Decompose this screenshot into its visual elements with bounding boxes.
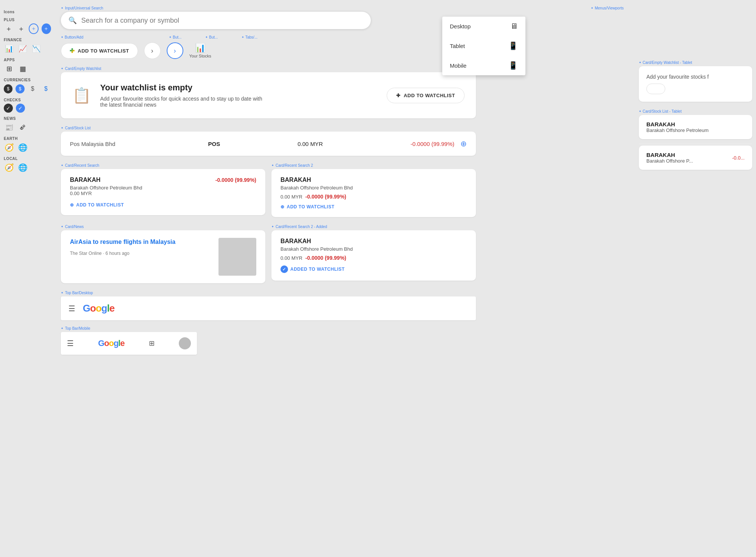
- recent-search-1-col: Card/Recent Search BARAKAH -0.0000 (99.9…: [61, 163, 265, 217]
- menus-viewports-dropdown[interactable]: Desktop 🖥 Tablet 📱 Mobile 📱: [442, 17, 525, 75]
- annotation-right-stock-list: Card/Stock List - Tablet: [639, 109, 752, 113]
- recent-added-cta-row: ✓ ADDED TO WATCHLIST: [280, 265, 467, 273]
- earth-icons-row: 🧭 🌐: [4, 142, 51, 153]
- apps-label: APPS: [4, 58, 51, 62]
- stock-price: 0.00 MYR: [262, 141, 358, 147]
- recent-2-add-plus-icon: ⊕: [280, 204, 285, 209]
- annotation-recent-2: Card/Recent Search 2: [271, 163, 476, 168]
- globe2-icon[interactable]: 🌐: [17, 162, 28, 173]
- apps-grid-mobile-icon[interactable]: ⊞: [149, 339, 155, 348]
- next-button[interactable]: ›: [144, 42, 161, 59]
- right-stock-2-name: Barakah Offshore P...: [646, 158, 693, 164]
- recent-1-add-button[interactable]: ⊕ ADD TO WATCHLIST: [70, 202, 124, 208]
- annotation-recent-1: Card/Recent Search: [61, 163, 265, 168]
- recent-1-change: -0.0000 (99.99%): [215, 177, 256, 183]
- added-label: ADDED TO WATCHLIST: [290, 267, 345, 272]
- search-bar[interactable]: 🔍 Search for a company or symbol: [61, 12, 371, 29]
- right-stock-2-symbol: BARAKAH: [646, 152, 693, 158]
- news-image: [218, 238, 256, 276]
- right-stock-2-change: -0.0...: [732, 155, 745, 161]
- news-paper-icon[interactable]: 📰: [4, 122, 14, 133]
- button-annotations: Button/Add But... But... Tabs/...: [61, 35, 476, 39]
- google-logo-desktop: Google: [83, 303, 115, 314]
- right-toggle[interactable]: [646, 84, 665, 94]
- search-placeholder: Search for a company or symbol: [81, 17, 179, 25]
- recent-search-2-col: Card/Recent Search 2 BARAKAH Barakah Off…: [271, 163, 476, 217]
- recent-2-price-row: 0.00 MYR -0.0000 (99.99%): [280, 194, 467, 200]
- mobile-icon: 📱: [508, 61, 518, 70]
- next-button-blue[interactable]: ›: [167, 42, 183, 59]
- stock-divider: [639, 144, 752, 144]
- news-doc-icon[interactable]: 🗞: [17, 122, 28, 133]
- finance-bar-icon[interactable]: 📉: [31, 43, 42, 54]
- watchlist-desc: Add your favourite stocks for quick acce…: [100, 96, 270, 108]
- desktop-icon: 🖥: [510, 22, 518, 31]
- add-watchlist-label: ADD TO WATCHLIST: [78, 48, 129, 54]
- finance-chart-icon[interactable]: 📊: [4, 43, 14, 54]
- sidebar: Icons PLUS ＋ ＋ ＋ ＋ FINANCE 📊 📈 📉 APPS ⊞ …: [0, 0, 55, 181]
- google-logo-mobile: Google: [98, 338, 124, 348]
- recent-added-change: -0.0000 (99.99%): [305, 255, 346, 261]
- card-empty-left: 📋 Your watchlist is empty Add your favou…: [72, 83, 270, 108]
- check-blue-icon[interactable]: ✓: [16, 104, 25, 113]
- currency-colored-icon[interactable]: $: [41, 84, 51, 94]
- recent-added-name: Barakah Offshore Petroleum Bhd: [280, 246, 467, 252]
- stock-company-name: Pos Malaysia Bhd: [70, 141, 166, 147]
- plus-icon[interactable]: ＋: [4, 23, 13, 34]
- recent-added-col: Card/Recent Search 2 - Added BARAKAH Bar…: [271, 225, 476, 283]
- news-label: NEWS: [4, 116, 51, 121]
- annotation-news: Card/News: [61, 225, 265, 229]
- recent-added-symbol: BARAKAH: [280, 238, 311, 245]
- recent-added-price-row: 0.00 MYR -0.0000 (99.99%): [280, 255, 467, 261]
- watchlist-title: Your watchlist is empty: [100, 83, 270, 93]
- recent-2-change: -0.0000 (99.99%): [305, 194, 346, 200]
- apps-grid-icon[interactable]: ⊞: [4, 64, 14, 74]
- recent-added-price: 0.00 MYR: [280, 255, 302, 261]
- finance-trend-icon[interactable]: 📈: [17, 43, 28, 54]
- user-avatar[interactable]: [179, 337, 191, 349]
- icons-label: Icons: [4, 10, 51, 14]
- hamburger-icon[interactable]: ☰: [68, 304, 75, 313]
- globe-icon[interactable]: 🌐: [17, 142, 28, 153]
- btn3-annotation: But...: [205, 35, 235, 39]
- stock-add-button[interactable]: ⊕: [460, 139, 467, 148]
- finance-label: FINANCE: [4, 38, 51, 42]
- circle-plus-blue-icon[interactable]: ＋: [42, 23, 51, 34]
- dropdown-desktop-item[interactable]: Desktop 🖥: [442, 17, 525, 36]
- recent-2-cta-row: ⊕ ADD TO WATCHLIST: [280, 204, 467, 209]
- apps-icons-row: ⊞ ▦: [4, 64, 51, 74]
- recent-1-cta-row: ⊕ ADD TO WATCHLIST: [70, 202, 256, 208]
- circle-plus-icon[interactable]: ＋: [29, 23, 39, 34]
- tablet-label: Tablet: [450, 43, 465, 49]
- checks-icons-row: ✓ ✓: [4, 104, 51, 113]
- recent-1-price: 0.00 MYR: [70, 191, 256, 196]
- right-card-empty-watchlist: Add your favourite stocks f: [639, 66, 752, 102]
- recent-2-add-button[interactable]: ⊕ ADD TO WATCHLIST: [280, 204, 335, 209]
- local-icons-row: 🧭 🌐: [4, 162, 51, 173]
- card-recent-search-2: BARAKAH Barakah Offshore Petroleum Bhd 0…: [271, 169, 476, 217]
- recent-1-header: BARAKAH -0.0000 (99.99%): [70, 177, 256, 183]
- topbar-mobile: ☰ Google ⊞: [61, 332, 197, 355]
- plus-icon-2[interactable]: ＋: [16, 23, 26, 34]
- currency-plain-icon[interactable]: $: [28, 84, 38, 94]
- your-stocks-tab[interactable]: 📊 Your Stocks: [189, 43, 211, 58]
- dropdown-mobile-item[interactable]: Mobile 📱: [442, 56, 525, 75]
- add-plus-icon: ✚: [70, 47, 75, 54]
- currency-blue-icon[interactable]: $: [15, 84, 24, 93]
- right-watchlist-text: Add your favourite stocks f: [646, 74, 745, 80]
- currency-dark-icon[interactable]: $: [4, 84, 12, 93]
- annotation-recent-added: Card/Recent Search 2 - Added: [271, 225, 476, 229]
- apps-grid2-icon[interactable]: ▦: [17, 64, 28, 74]
- right-stock-1-symbol: BARAKAH: [646, 121, 745, 127]
- add-to-watchlist-button[interactable]: ✚ ADD TO WATCHLIST: [61, 43, 138, 59]
- compass-icon[interactable]: 🧭: [4, 142, 14, 153]
- stock-symbol: POS: [166, 141, 262, 147]
- news-title[interactable]: AirAsia to resume flights in Malaysia: [70, 238, 212, 246]
- dropdown-tablet-item[interactable]: Tablet 📱: [442, 36, 525, 56]
- add-watchlist-card-button[interactable]: ✚ ADD TO WATCHLIST: [387, 88, 465, 103]
- annotation-stock-list: Card/Stock List: [61, 126, 476, 130]
- hamburger-mobile-icon[interactable]: ☰: [67, 339, 74, 348]
- annotation-topbar-desktop: Top Bar/Desktop: [61, 291, 476, 295]
- compass2-icon[interactable]: 🧭: [4, 162, 14, 173]
- check-dark-icon[interactable]: ✓: [4, 104, 13, 113]
